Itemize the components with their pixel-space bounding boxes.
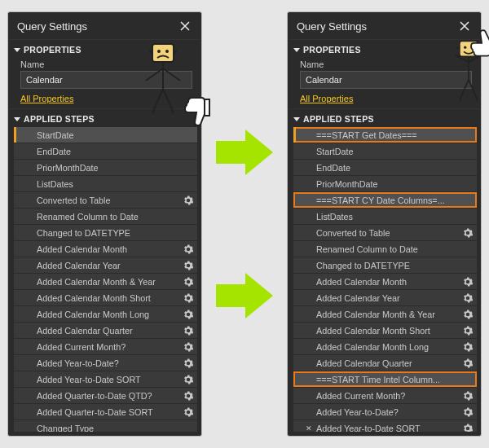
gear-icon[interactable] <box>462 406 474 418</box>
panel-title: Query Settings <box>17 20 87 33</box>
step-label: Renamed Column to Date <box>37 212 194 222</box>
applied-step[interactable]: Renamed Column to Date <box>293 241 477 257</box>
applied-step[interactable]: PriorMonthDate <box>293 176 477 191</box>
applied-step-separator[interactable]: ===START Get Dates=== <box>293 127 477 143</box>
applied-step[interactable]: Added Calendar Month <box>293 274 477 289</box>
step-label: PriorMonthDate <box>316 179 474 189</box>
step-label: Added Calendar Month & Year <box>316 310 459 319</box>
applied-step[interactable]: Added Calendar Quarter <box>14 323 197 338</box>
titlebar: Query Settings <box>9 13 200 40</box>
applied-step[interactable]: PriorMonthDate <box>14 160 197 175</box>
applied-step[interactable]: Added Year-to-Date SORT <box>14 371 197 387</box>
gear-icon[interactable] <box>183 374 194 385</box>
step-label: Added Calendar Quarter <box>316 358 459 368</box>
applied-step[interactable]: EndDate <box>14 143 197 159</box>
caret-down-icon <box>14 117 20 121</box>
applied-step[interactable]: Converted to Table <box>14 192 197 208</box>
gear-icon[interactable] <box>462 325 474 336</box>
step-label: Added Calendar Year <box>316 293 459 303</box>
applied-step[interactable]: StartDate <box>293 143 477 159</box>
step-label: Added Calendar Month Short <box>316 326 459 336</box>
step-label: Added Calendar Month Long <box>37 310 179 319</box>
query-settings-panel-right: Query Settings PROPERTIES Name All Prope… <box>288 12 481 436</box>
applied-step[interactable]: Added Calendar Month Short <box>293 323 477 338</box>
applied-step[interactable]: Changed to DATETYPE <box>14 225 197 240</box>
gear-icon[interactable] <box>183 276 194 288</box>
section-header-properties[interactable]: PROPERTIES <box>289 40 480 56</box>
applied-step[interactable]: Added Quarter-to-Date QTD? <box>14 388 197 403</box>
applied-step[interactable]: Added Calendar Month Short <box>14 290 197 305</box>
applied-step-separator[interactable]: ===START CY Date Columns=... <box>293 192 477 208</box>
applied-step[interactable]: ListDates <box>14 176 197 191</box>
name-input[interactable] <box>20 71 192 89</box>
gear-icon[interactable] <box>183 341 194 353</box>
gear-icon[interactable] <box>462 227 474 239</box>
all-properties-link[interactable]: All Properties <box>300 94 353 103</box>
gear-icon[interactable] <box>183 260 194 271</box>
section-header-properties[interactable]: PROPERTIES <box>9 40 200 56</box>
step-label: Changed to DATETYPE <box>316 261 474 270</box>
applied-step[interactable]: ✕Added Year-to-Date SORT <box>293 420 477 432</box>
gear-icon[interactable] <box>462 276 474 288</box>
step-label: ===START Get Dates=== <box>316 130 474 140</box>
step-label: Added Year-to-Date? <box>37 358 179 368</box>
arrow-column <box>216 130 273 318</box>
applied-step[interactable]: Changed Type <box>14 420 197 432</box>
gear-icon[interactable] <box>183 244 194 255</box>
gear-icon[interactable] <box>183 309 194 320</box>
applied-step[interactable]: Added Calendar Month & Year <box>14 274 197 289</box>
gear-icon[interactable] <box>462 423 474 433</box>
all-properties-link[interactable]: All Properties <box>20 94 73 103</box>
gear-icon[interactable] <box>183 406 194 418</box>
step-label: Added Current Month? <box>316 391 459 401</box>
applied-step[interactable]: ListDates <box>293 209 477 224</box>
step-label: Added Calendar Month <box>316 277 459 287</box>
applied-step[interactable]: Added Quarter-to-Date SORT <box>14 404 197 419</box>
step-label: Converted to Table <box>37 195 179 205</box>
gear-icon[interactable] <box>183 390 194 402</box>
gear-icon[interactable] <box>462 358 474 369</box>
section-header-applied-steps[interactable]: APPLIED STEPS <box>9 109 200 125</box>
applied-step[interactable]: Added Calendar Month Long <box>14 306 197 322</box>
step-label: StartDate <box>37 130 194 140</box>
applied-step[interactable]: StartDate <box>14 127 197 143</box>
section-title-properties: PROPERTIES <box>24 45 82 55</box>
applied-step[interactable]: Added Calendar Year <box>293 290 477 305</box>
applied-step[interactable]: Added Year-to-Date? <box>14 355 197 371</box>
gear-icon[interactable] <box>462 292 474 304</box>
applied-step[interactable]: Added Current Month? <box>14 339 197 354</box>
applied-step[interactable]: Added Current Month? <box>293 388 477 403</box>
step-label: Added Year-to-Date SORT <box>316 424 459 433</box>
gear-icon[interactable] <box>183 292 194 304</box>
applied-step[interactable]: Added Year-to-Date? <box>293 404 477 419</box>
query-settings-panel-left: Query Settings PROPERTIES Name All Prope… <box>8 12 201 436</box>
applied-step[interactable]: Renamed Column to Date <box>14 209 197 224</box>
applied-step[interactable]: EndDate <box>293 160 477 175</box>
gear-icon[interactable] <box>462 341 474 353</box>
applied-step-separator[interactable]: ===START Time Intel Column... <box>293 371 477 387</box>
arrow-right-icon <box>216 273 273 318</box>
name-label: Name <box>20 59 192 69</box>
step-delete-icon[interactable]: ✕ <box>305 424 313 433</box>
gear-icon[interactable] <box>462 309 474 320</box>
step-label: ListDates <box>37 179 194 189</box>
gear-icon[interactable] <box>183 195 194 206</box>
applied-step[interactable]: Changed to DATETYPE <box>293 257 477 273</box>
applied-step[interactable]: Added Calendar Month Long <box>293 339 477 354</box>
step-label: PriorMonthDate <box>37 163 194 173</box>
applied-step[interactable]: Added Calendar Year <box>14 257 197 273</box>
step-label: ===START Time Intel Column... <box>316 375 474 384</box>
name-input[interactable] <box>300 71 472 89</box>
gear-icon[interactable] <box>462 390 474 402</box>
gear-icon[interactable] <box>183 325 194 336</box>
applied-step[interactable]: Added Calendar Quarter <box>293 355 477 371</box>
section-header-applied-steps[interactable]: APPLIED STEPS <box>289 109 480 125</box>
close-icon[interactable] <box>178 19 192 33</box>
applied-step[interactable]: Added Calendar Month <box>14 241 197 257</box>
applied-step[interactable]: Converted to Table <box>293 225 477 240</box>
step-label: Added Current Month? <box>37 342 179 352</box>
applied-step[interactable]: Added Calendar Month & Year <box>293 306 477 322</box>
gear-icon[interactable] <box>183 358 194 369</box>
close-icon[interactable] <box>457 19 472 33</box>
step-label: Changed Type <box>37 424 194 433</box>
